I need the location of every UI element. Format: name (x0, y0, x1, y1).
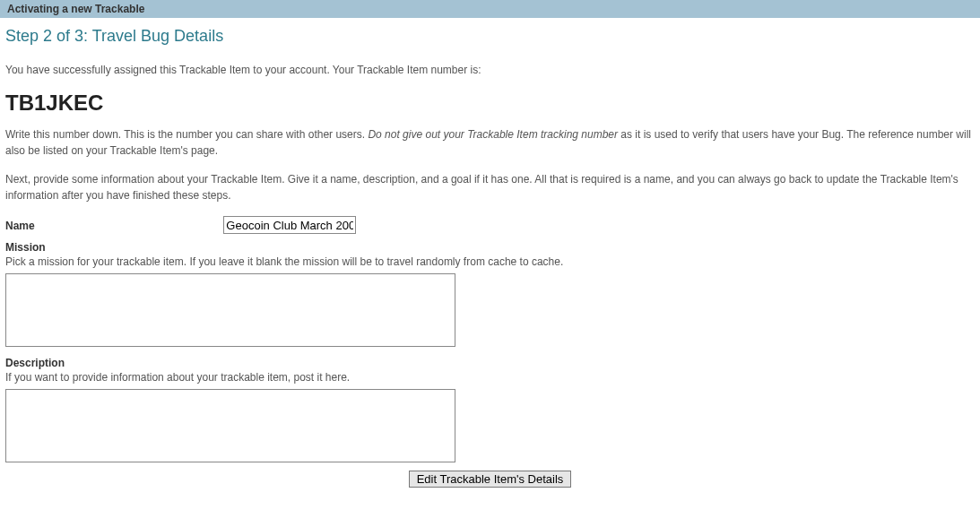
name-row: Name (5, 216, 975, 234)
next-steps-paragraph: Next, provide some information about you… (5, 171, 975, 203)
mission-label: Mission (5, 241, 975, 254)
description-label: Description (5, 357, 975, 369)
trackable-number: TB1JKEC (5, 91, 975, 116)
mission-hint: Pick a mission for your trackable item. … (5, 255, 975, 270)
page-header-bar: Activating a new Trackable (0, 0, 980, 18)
mission-textarea[interactable] (5, 273, 455, 347)
writedown-warning: Do not give out your Trackable Item trac… (368, 128, 618, 141)
description-textarea[interactable] (5, 389, 455, 462)
success-message: You have successfully assigned this Trac… (5, 62, 975, 78)
edit-details-button[interactable] (409, 471, 572, 488)
step-title: Step 2 of 3: Travel Bug Details (5, 27, 975, 46)
name-input[interactable] (223, 216, 356, 234)
page-content: Step 2 of 3: Travel Bug Details You have… (0, 18, 980, 493)
description-hint: If you want to provide information about… (5, 370, 975, 385)
page-header-title: Activating a new Trackable (7, 3, 144, 15)
submit-row (5, 471, 975, 488)
writedown-pre: Write this number down. This is the numb… (5, 128, 368, 141)
name-label: Name (5, 220, 221, 232)
writedown-paragraph: Write this number down. This is the numb… (5, 126, 975, 159)
